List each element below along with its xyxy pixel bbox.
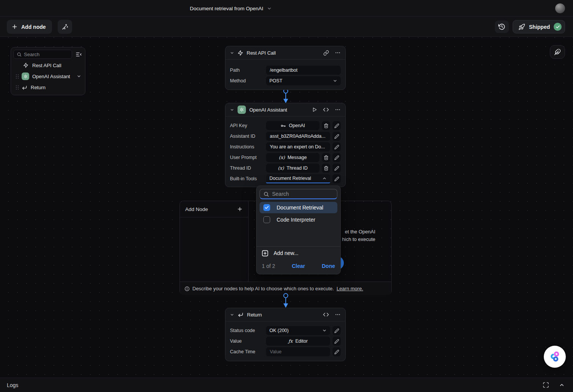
assistant-id-input[interactable] <box>266 132 330 141</box>
method-select[interactable]: POST <box>266 76 341 85</box>
panel-footer-text: Describe your nodes to help AI to choose… <box>192 286 334 291</box>
status-code-select[interactable]: OK (200) <box>266 326 330 335</box>
more-options-icon[interactable] <box>335 50 341 56</box>
delete-icon[interactable] <box>322 164 330 173</box>
edit-icon[interactable] <box>332 337 341 346</box>
learn-more-link[interactable]: Learn more. <box>337 286 363 291</box>
checkbox-unchecked-icon[interactable] <box>263 216 270 223</box>
info-icon <box>184 286 190 291</box>
dropdown-search-input[interactable] <box>272 191 334 197</box>
built-in-tools-value: Document Retrieval <box>269 176 320 181</box>
palette-item-rest-api-call[interactable]: Rest API Call <box>13 61 83 70</box>
search-icon <box>263 191 269 197</box>
palette-search <box>13 50 72 59</box>
shipped-check-icon <box>554 23 562 31</box>
dropdown-option-document-retrieval[interactable]: Document Retrieval <box>260 202 337 213</box>
clear-button[interactable]: Clear <box>292 263 305 269</box>
chevron-up-icon[interactable] <box>559 382 565 388</box>
more-options-icon[interactable] <box>335 312 341 318</box>
logs-label: Logs <box>7 382 18 388</box>
done-button[interactable]: Done <box>322 263 335 269</box>
edit-icon[interactable] <box>332 326 341 335</box>
node-palette: Rest API Call OpenAI Assistant Re <box>11 47 85 95</box>
annotate-pen-button[interactable] <box>550 45 565 59</box>
add-node-placeholder[interactable]: Add Node <box>180 201 249 282</box>
instructions-input[interactable] <box>266 142 330 151</box>
magic-wand-button[interactable] <box>58 20 72 34</box>
lightning-icon <box>22 63 30 68</box>
link-icon[interactable] <box>323 50 329 56</box>
node-rest-api-call[interactable]: Rest API Call Path Method POST <box>225 46 346 90</box>
chevron-down-icon <box>333 79 337 83</box>
edit-icon[interactable] <box>332 347 341 356</box>
edit-icon[interactable] <box>332 132 341 141</box>
collapse-panel-icon[interactable] <box>74 50 83 58</box>
plus-icon[interactable] <box>237 206 243 212</box>
user-prompt-value: Message <box>288 155 307 160</box>
code-icon[interactable] <box>323 107 329 113</box>
delete-icon[interactable] <box>322 121 330 130</box>
chevron-down-icon[interactable] <box>77 74 81 79</box>
edit-icon[interactable] <box>332 142 341 151</box>
variable-icon: (x) <box>279 155 285 160</box>
palette-search-input[interactable] <box>24 52 69 57</box>
plus-square-icon <box>261 250 269 257</box>
code-icon[interactable] <box>323 312 329 318</box>
edit-icon[interactable] <box>332 174 341 183</box>
edit-icon[interactable] <box>332 153 341 162</box>
top-bar: Document retrieval from OpenAI <box>0 0 573 17</box>
field-label-api-key: API Key <box>230 123 264 128</box>
plus-icon <box>11 24 18 30</box>
field-label-thread-id: Thread ID <box>230 165 264 171</box>
palette-item-openai-assistant[interactable]: OpenAI Assistant <box>13 72 83 81</box>
drag-handle-icon[interactable] <box>15 74 19 79</box>
history-button[interactable] <box>495 20 509 33</box>
collapse-node-icon[interactable] <box>230 51 234 55</box>
path-input[interactable] <box>266 66 341 75</box>
chevron-up-icon <box>322 176 327 181</box>
edit-icon[interactable] <box>332 121 341 130</box>
logs-bar[interactable]: Logs <box>0 378 573 392</box>
node-header: Rest API Call <box>225 46 345 60</box>
cache-time-input[interactable] <box>266 347 330 356</box>
buildship-logo-button[interactable] <box>544 346 566 368</box>
dropdown-option-code-interpreter[interactable]: Code Interpreter <box>260 214 337 225</box>
user-prompt-pill[interactable]: (x) Message <box>266 153 320 162</box>
fullscreen-icon[interactable] <box>543 382 549 388</box>
run-node-icon[interactable] <box>312 107 317 112</box>
avatar[interactable] <box>555 3 565 13</box>
palette-item-return[interactable]: Return <box>13 83 83 92</box>
search-icon <box>17 52 22 57</box>
node-header: OpenAI Assistant <box>225 103 345 116</box>
node-title: OpenAI Assistant <box>249 107 309 113</box>
key-icon <box>280 123 286 129</box>
built-in-tools-select[interactable]: Document Retrieval <box>266 174 330 183</box>
checkbox-checked-icon[interactable] <box>263 204 270 211</box>
rocket-icon <box>518 24 525 30</box>
flow-title-menu[interactable]: Document retrieval from OpenAI <box>190 0 272 17</box>
thread-id-pill[interactable]: (x) Thread ID <box>266 164 320 173</box>
collapse-node-icon[interactable] <box>230 108 234 112</box>
node-title: Return <box>247 312 320 318</box>
collapse-node-icon[interactable] <box>230 313 234 317</box>
chevron-down-icon <box>322 328 327 333</box>
value-editor-button[interactable]: ƒx Editor <box>266 337 330 346</box>
flow-canvas[interactable]: Rest API Call OpenAI Assistant Re <box>0 37 573 378</box>
add-node-placeholder-label: Add Node <box>185 206 237 212</box>
node-openai-assistant[interactable]: OpenAI Assistant API Key <box>225 103 346 187</box>
add-new-option[interactable]: Add new... <box>257 247 340 260</box>
more-options-icon[interactable] <box>335 107 341 113</box>
api-key-pill[interactable]: OpenAI <box>266 121 320 130</box>
lightning-icon <box>238 50 243 56</box>
add-node-button[interactable]: Add node <box>7 20 52 34</box>
api-key-value: OpenAI <box>289 123 305 128</box>
drag-handle-icon[interactable] <box>15 85 19 90</box>
fx-icon: ƒx <box>288 338 293 344</box>
history-icon <box>498 23 505 30</box>
delete-icon[interactable] <box>322 153 330 162</box>
edit-icon[interactable] <box>332 164 341 173</box>
node-return[interactable]: Return Status code OK (200) <box>225 308 346 361</box>
toolbar: Add node <box>0 17 573 37</box>
node-header: Return <box>225 308 345 321</box>
shipped-button[interactable]: Shipped <box>513 20 565 33</box>
